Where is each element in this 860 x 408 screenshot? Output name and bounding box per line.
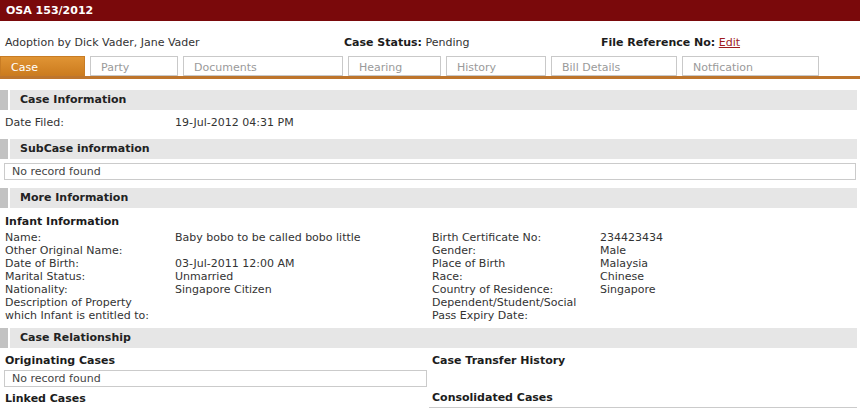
relationship-right-column: Case Transfer History Consolidated Cases…	[427, 354, 860, 408]
tab-case[interactable]: Case	[0, 56, 85, 76]
tab-notification[interactable]: Notfication	[682, 56, 819, 76]
field-label: Birth Certificate No:	[432, 231, 600, 244]
section-title: Case Relationship	[10, 328, 131, 348]
case-transfer-history-empty-area	[427, 367, 860, 386]
linked-cases-heading: Linked Cases	[5, 392, 427, 405]
field-label: Name:	[5, 231, 175, 244]
field-value: Unmarried	[175, 270, 432, 283]
case-number: OSA 153/2012	[6, 4, 93, 17]
subcase-empty-message: No record found	[4, 163, 856, 180]
field-value: 234423434	[600, 231, 860, 244]
file-reference-label: File Reference No:	[601, 36, 715, 49]
case-detail-page: OSA 153/2012 Adoption by Dick Vader, Jan…	[0, 0, 860, 408]
consolidated-cases-heading: Consolidated Cases	[432, 391, 860, 404]
section-more-information: More Information	[0, 188, 857, 208]
case-status: Case Status: Pending	[344, 36, 469, 49]
field-value	[175, 244, 432, 257]
info-row: Marital Status: Unmarried Race: Chinese	[5, 270, 860, 283]
section-marker	[0, 90, 10, 110]
info-row: Other Original Name: Gender: Male	[5, 244, 860, 257]
field-label: Country of Residence:	[432, 283, 600, 296]
field-value: Baby bobo to be called bobo little	[175, 231, 432, 244]
field-value: Male	[600, 244, 860, 257]
tab-party[interactable]: Party	[90, 56, 178, 76]
case-number-bar: OSA 153/2012	[0, 0, 860, 21]
originating-cases-heading: Originating Cases	[5, 354, 427, 367]
file-reference: File Reference No: Edit	[601, 36, 740, 49]
field-label: Place of Birth	[432, 257, 600, 270]
section-marker	[0, 328, 10, 348]
relationship-left-column: Originating Cases No record found Linked…	[0, 354, 427, 408]
field-label: Description of Property which Infant is …	[5, 296, 175, 322]
file-reference-edit-link[interactable]: Edit	[719, 36, 740, 49]
field-label: Other Original Name:	[5, 244, 175, 257]
info-row: Description of Property which Infant is …	[5, 296, 860, 322]
info-row: Name: Baby bobo to be called bobo little…	[5, 231, 860, 244]
field-value	[600, 296, 860, 322]
info-row: Nationality: Singapore Citizen Country o…	[5, 283, 860, 296]
field-label: Race:	[432, 270, 600, 283]
field-value: Chinese	[600, 270, 860, 283]
field-value: 03-Jul-2011 12:00 AM	[175, 257, 432, 270]
section-title: More Information	[10, 188, 128, 208]
tab-documents[interactable]: Documents	[183, 56, 343, 76]
case-status-value: Pending	[422, 36, 469, 49]
field-value	[175, 296, 432, 322]
info-row: Date of Birth: 03-Jul-2011 12:00 AM Plac…	[5, 257, 860, 270]
tab-underline	[0, 76, 860, 79]
infant-information-heading: Infant Information	[5, 215, 860, 228]
tab-bill-details[interactable]: Bill Details	[551, 56, 677, 76]
section-marker	[0, 139, 10, 159]
originating-cases-empty-message: No record found	[4, 370, 427, 387]
section-case-information: Case Information	[0, 90, 857, 110]
date-filed-value: 19-Jul-2012 04:31 PM	[175, 116, 860, 129]
field-label: Nationality:	[5, 283, 175, 296]
case-transfer-history-heading: Case Transfer History	[432, 354, 860, 367]
case-summary-row: Adoption by Dick Vader, Jane Vader Case …	[0, 21, 860, 56]
section-title: SubCase information	[10, 139, 150, 159]
field-label: Gender:	[432, 244, 600, 257]
field-value: Singapore	[600, 283, 860, 296]
field-value: Malaysia	[600, 257, 860, 270]
field-label: Dependent/Student/Social Pass Expiry Dat…	[432, 296, 600, 322]
case-relationship-grid: Originating Cases No record found Linked…	[0, 354, 860, 408]
tab-hearing[interactable]: Hearing	[348, 56, 441, 76]
section-marker	[0, 188, 10, 208]
tab-bar: Case Party Documents Hearing History Bil…	[0, 56, 860, 76]
case-status-label: Case Status:	[344, 36, 422, 49]
field-label: Date of Birth:	[5, 257, 175, 270]
date-filed-row: Date Filed: 19-Jul-2012 04:31 PM	[5, 116, 860, 129]
field-value: Singapore Citizen	[175, 283, 432, 296]
section-title: Case Information	[10, 90, 126, 110]
tab-history[interactable]: History	[446, 56, 546, 76]
section-subcase-information: SubCase information	[0, 139, 857, 159]
section-case-relationship: Case Relationship	[0, 328, 857, 348]
infant-information-grid: Name: Baby bobo to be called bobo little…	[5, 231, 860, 322]
case-title: Adoption by Dick Vader, Jane Vader	[5, 36, 200, 49]
field-label: Marital Status:	[5, 270, 175, 283]
date-filed-label: Date Filed:	[5, 116, 175, 129]
